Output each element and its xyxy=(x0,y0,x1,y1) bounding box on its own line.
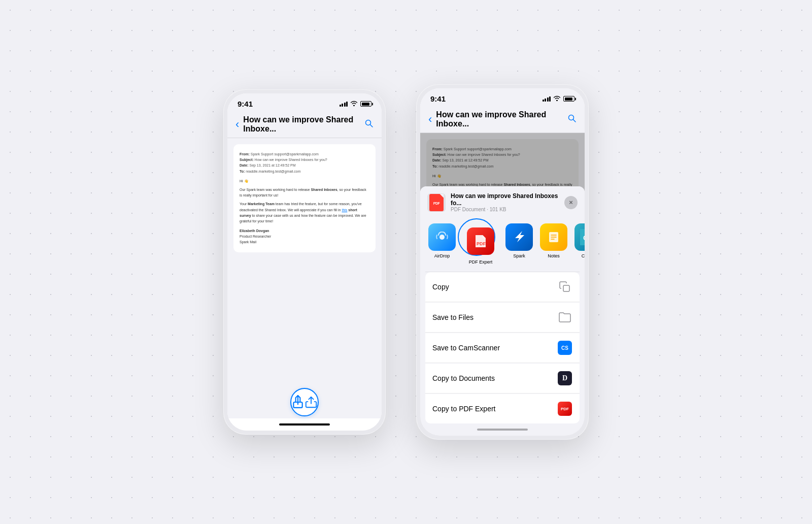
notes-label: Notes xyxy=(548,253,560,258)
action-copy[interactable]: Copy xyxy=(425,272,580,302)
svg-text:CS: CS xyxy=(583,234,585,242)
action-copy-label: Copy xyxy=(432,283,449,291)
notes-icon xyxy=(540,223,567,251)
app-icons-row: AirDrop PDF PDF Exper xyxy=(420,218,585,272)
home-indicator-right xyxy=(420,423,585,436)
action-save-camscanner[interactable]: Save to CamScanner CS xyxy=(425,333,580,363)
airdrop-label: AirDrop xyxy=(434,253,450,258)
status-time-left: 9:41 xyxy=(238,100,253,108)
svg-point-5 xyxy=(439,235,445,240)
share-button[interactable] xyxy=(290,388,319,416)
right-phone: 9:41 ‹ How can we imp xyxy=(416,84,589,440)
share-icon xyxy=(304,395,318,409)
nav-bar-right: ‹ How can we improve Shared Inboxe... xyxy=(420,106,585,133)
airdrop-icon xyxy=(428,223,456,251)
share-sheet-close-button[interactable]: × xyxy=(564,196,578,209)
nav-title-right: How can we improve Shared Inboxe... xyxy=(436,110,567,128)
pdfexpert-icon: PDF xyxy=(467,227,494,255)
pdfexpert-action-icon: PDF xyxy=(557,401,572,416)
nav-bar-left: ‹ How can we improve Shared Inboxe... xyxy=(227,111,382,138)
battery-icon-right xyxy=(563,96,574,102)
action-copy-pdfexpert-label: Copy to PDF Expert xyxy=(432,405,496,413)
home-indicator-left xyxy=(227,418,382,431)
email-card-left: From: Spark Support support@sparkmailapp… xyxy=(233,144,376,252)
wifi-icon-left xyxy=(350,100,358,108)
share-sheet-subtitle: PDF Document · 101 KB xyxy=(451,207,564,212)
app-icon-pdfexpert[interactable]: PDF PDF Expert xyxy=(463,223,498,265)
action-copy-documents-label: Copy to Documents xyxy=(432,374,495,382)
spark-label: Spark xyxy=(513,253,525,258)
action-save-camscanner-label: Save to CamScanner xyxy=(432,344,500,352)
status-icons-left xyxy=(340,100,372,108)
share-sheet: PDF How can we improve Shared Inboxes fo… xyxy=(420,186,585,436)
svg-line-4 xyxy=(573,119,576,122)
folder-icon xyxy=(557,310,572,325)
action-copy-documents[interactable]: Copy to Documents D xyxy=(425,364,580,394)
email-content-left: From: Spark Support support@sparkmailapp… xyxy=(227,138,382,418)
copy-icon xyxy=(557,279,572,294)
svg-text:PDF: PDF xyxy=(477,241,486,246)
svg-rect-13 xyxy=(563,285,569,291)
action-copy-pdfexpert[interactable]: Copy to PDF Expert PDF xyxy=(425,394,580,423)
svg-line-1 xyxy=(370,124,373,127)
documents-action-icon: D xyxy=(557,371,572,386)
share-sheet-file-icon: PDF xyxy=(427,193,446,212)
spark-icon xyxy=(505,223,533,251)
back-button-right[interactable]: ‹ xyxy=(428,114,432,125)
pdfexpert-app-label: PDF Expert xyxy=(469,259,493,265)
app-icon-camscanner[interactable]: CS Cam... xyxy=(574,223,585,265)
share-sheet-title: How can we improve Shared Inboxes fo... xyxy=(451,192,564,207)
email-body-left: Hi 👋 Our Spark team was working hard to … xyxy=(240,178,369,245)
camscanner-label: Cam... xyxy=(582,253,585,258)
signal-icon-right xyxy=(543,96,551,102)
app-icon-spark[interactable]: Spark xyxy=(505,223,533,265)
share-sheet-header: PDF How can we improve Shared Inboxes fo… xyxy=(420,186,585,218)
left-phone: 9:41 ‹ How can we imp xyxy=(223,89,386,435)
share-actions: Copy Save to Files xyxy=(420,272,585,423)
status-bar-left: 9:41 xyxy=(227,93,382,111)
share-sheet-title-area: How can we improve Shared Inboxes fo... … xyxy=(451,192,564,212)
camscanner-action-icon: CS xyxy=(557,340,572,355)
left-phone-screen: 9:41 ‹ How can we imp xyxy=(227,93,382,431)
status-bar-right: 9:41 xyxy=(420,88,585,106)
app-icon-notes[interactable]: Notes xyxy=(540,223,567,265)
search-button-left[interactable] xyxy=(364,119,374,130)
pdf-thumbnail: PDF xyxy=(429,194,444,211)
status-time-right: 9:41 xyxy=(430,94,446,103)
wifi-icon-right xyxy=(553,95,561,103)
battery-icon-left xyxy=(360,101,371,107)
action-save-files[interactable]: Save to Files xyxy=(425,303,580,333)
signal-icon-left xyxy=(340,102,348,107)
status-icons-right xyxy=(543,95,575,103)
search-button-right[interactable] xyxy=(567,114,577,125)
back-button-left[interactable]: ‹ xyxy=(235,119,239,130)
camscanner-icon: CS xyxy=(574,223,585,251)
right-phone-screen: 9:41 ‹ How can we imp xyxy=(420,88,585,436)
action-save-files-label: Save to Files xyxy=(432,313,473,321)
email-meta-left: From: Spark Support support@sparkmailapp… xyxy=(240,151,369,174)
nav-title-left: How can we improve Shared Inboxe... xyxy=(243,115,364,134)
app-icon-airdrop[interactable]: AirDrop xyxy=(428,223,456,265)
